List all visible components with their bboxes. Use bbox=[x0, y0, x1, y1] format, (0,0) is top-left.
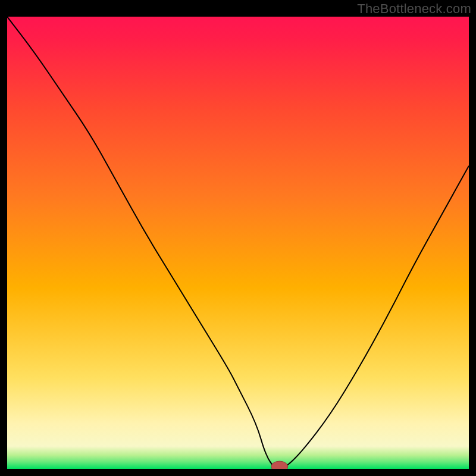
watermark-text: TheBottleneck.com bbox=[357, 1, 471, 17]
chart-container: TheBottleneck.com bbox=[0, 0, 476, 476]
plot-frame bbox=[7, 17, 469, 469]
svg-point-1 bbox=[271, 461, 288, 469]
sweet-spot-marker bbox=[7, 17, 469, 469]
